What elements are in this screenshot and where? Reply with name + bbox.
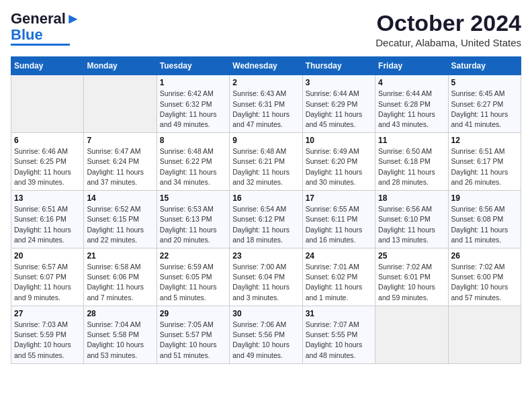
day-detail: Sunrise: 6:55 AM Sunset: 6:11 PM Dayligh… — [306, 204, 372, 245]
calendar-cell: 11Sunrise: 6:50 AM Sunset: 6:18 PM Dayli… — [375, 133, 448, 191]
calendar-cell: 28Sunrise: 7:04 AM Sunset: 5:58 PM Dayli… — [84, 306, 157, 363]
col-header-friday: Friday — [375, 57, 448, 75]
calendar-cell: 18Sunrise: 6:56 AM Sunset: 6:10 PM Dayli… — [375, 191, 448, 248]
calendar-cell: 7Sunrise: 6:47 AM Sunset: 6:24 PM Daylig… — [84, 133, 157, 191]
calendar-cell: 19Sunrise: 6:56 AM Sunset: 6:08 PM Dayli… — [448, 191, 521, 248]
day-detail: Sunrise: 6:51 AM Sunset: 6:16 PM Dayligh… — [14, 204, 81, 245]
calendar-cell: 24Sunrise: 7:01 AM Sunset: 6:02 PM Dayli… — [302, 248, 375, 306]
day-number: 1 — [160, 78, 226, 87]
day-detail: Sunrise: 6:43 AM Sunset: 6:31 PM Dayligh… — [232, 89, 299, 130]
day-detail: Sunrise: 7:05 AM Sunset: 5:57 PM Dayligh… — [160, 320, 226, 361]
calendar-cell: 1Sunrise: 6:42 AM Sunset: 6:32 PM Daylig… — [157, 75, 229, 133]
day-detail: Sunrise: 7:03 AM Sunset: 5:59 PM Dayligh… — [14, 320, 81, 361]
calendar-cell: 21Sunrise: 6:58 AM Sunset: 6:06 PM Dayli… — [84, 248, 157, 306]
day-detail: Sunrise: 6:50 AM Sunset: 6:18 PM Dayligh… — [378, 146, 445, 187]
calendar-cell: 8Sunrise: 6:48 AM Sunset: 6:22 PM Daylig… — [157, 133, 229, 191]
day-detail: Sunrise: 6:52 AM Sunset: 6:15 PM Dayligh… — [87, 204, 153, 245]
day-detail: Sunrise: 6:57 AM Sunset: 6:07 PM Dayligh… — [14, 262, 81, 303]
day-detail: Sunrise: 6:47 AM Sunset: 6:24 PM Dayligh… — [87, 146, 153, 187]
day-detail: Sunrise: 6:48 AM Sunset: 6:21 PM Dayligh… — [232, 146, 299, 187]
calendar-cell: 23Sunrise: 7:00 AM Sunset: 6:04 PM Dayli… — [230, 248, 302, 306]
calendar-cell: 2Sunrise: 6:43 AM Sunset: 6:31 PM Daylig… — [230, 75, 302, 133]
calendar-table: SundayMondayTuesdayWednesdayThursdayFrid… — [11, 56, 521, 363]
day-number: 25 — [378, 251, 445, 261]
day-detail: Sunrise: 6:46 AM Sunset: 6:25 PM Dayligh… — [14, 146, 81, 187]
calendar-week-row: 1Sunrise: 6:42 AM Sunset: 6:32 PM Daylig… — [11, 75, 521, 133]
day-detail: Sunrise: 6:45 AM Sunset: 6:27 PM Dayligh… — [451, 89, 518, 130]
title-block: October 2024 Decatur, Alabama, United St… — [375, 11, 521, 48]
calendar-cell: 14Sunrise: 6:52 AM Sunset: 6:15 PM Dayli… — [84, 191, 157, 248]
day-number: 11 — [378, 136, 445, 145]
page-container: General► Blue October 2024 Decatur, Alab… — [0, 0, 532, 371]
calendar-header-row: SundayMondayTuesdayWednesdayThursdayFrid… — [11, 57, 521, 75]
day-number: 16 — [232, 193, 299, 203]
page-subtitle: Decatur, Alabama, United States — [375, 37, 521, 48]
day-number: 26 — [451, 251, 518, 261]
day-number: 19 — [451, 193, 518, 203]
col-header-tuesday: Tuesday — [157, 57, 229, 75]
calendar-cell: 10Sunrise: 6:49 AM Sunset: 6:20 PM Dayli… — [302, 133, 375, 191]
col-header-saturday: Saturday — [448, 57, 521, 75]
calendar-cell: 30Sunrise: 7:06 AM Sunset: 5:56 PM Dayli… — [230, 306, 302, 363]
day-number: 14 — [87, 193, 153, 203]
day-number: 23 — [232, 251, 299, 261]
day-number: 9 — [232, 136, 299, 145]
calendar-cell: 29Sunrise: 7:05 AM Sunset: 5:57 PM Dayli… — [157, 306, 229, 363]
calendar-cell: 26Sunrise: 7:02 AM Sunset: 6:00 PM Dayli… — [448, 248, 521, 306]
logo: General► Blue — [11, 11, 81, 46]
col-header-sunday: Sunday — [11, 57, 84, 75]
day-number: 4 — [378, 78, 445, 87]
day-detail: Sunrise: 6:44 AM Sunset: 6:29 PM Dayligh… — [306, 89, 372, 130]
calendar-cell: 12Sunrise: 6:51 AM Sunset: 6:17 PM Dayli… — [448, 133, 521, 191]
day-number: 7 — [87, 136, 153, 145]
calendar-cell: 5Sunrise: 6:45 AM Sunset: 6:27 PM Daylig… — [448, 75, 521, 133]
calendar-week-row: 20Sunrise: 6:57 AM Sunset: 6:07 PM Dayli… — [11, 248, 521, 306]
calendar-cell: 3Sunrise: 6:44 AM Sunset: 6:29 PM Daylig… — [302, 75, 375, 133]
page-header: General► Blue October 2024 Decatur, Alab… — [11, 11, 521, 48]
day-detail: Sunrise: 6:49 AM Sunset: 6:20 PM Dayligh… — [306, 146, 372, 187]
calendar-cell: 13Sunrise: 6:51 AM Sunset: 6:16 PM Dayli… — [11, 191, 84, 248]
calendar-cell: 20Sunrise: 6:57 AM Sunset: 6:07 PM Dayli… — [11, 248, 84, 306]
col-header-monday: Monday — [84, 57, 157, 75]
day-number: 6 — [14, 136, 81, 145]
day-number: 28 — [87, 309, 153, 318]
calendar-week-row: 27Sunrise: 7:03 AM Sunset: 5:59 PM Dayli… — [11, 306, 521, 363]
day-detail: Sunrise: 7:06 AM Sunset: 5:56 PM Dayligh… — [232, 320, 299, 361]
day-detail: Sunrise: 6:44 AM Sunset: 6:28 PM Dayligh… — [378, 89, 445, 130]
day-number: 24 — [306, 251, 372, 261]
calendar-cell: 17Sunrise: 6:55 AM Sunset: 6:11 PM Dayli… — [302, 191, 375, 248]
calendar-cell: 16Sunrise: 6:54 AM Sunset: 6:12 PM Dayli… — [230, 191, 302, 248]
day-detail: Sunrise: 6:51 AM Sunset: 6:17 PM Dayligh… — [451, 146, 518, 187]
calendar-cell: 9Sunrise: 6:48 AM Sunset: 6:21 PM Daylig… — [230, 133, 302, 191]
logo-underline — [11, 44, 70, 46]
calendar-cell: 6Sunrise: 6:46 AM Sunset: 6:25 PM Daylig… — [11, 133, 84, 191]
calendar-cell: 25Sunrise: 7:02 AM Sunset: 6:01 PM Dayli… — [375, 248, 448, 306]
day-detail: Sunrise: 6:59 AM Sunset: 6:05 PM Dayligh… — [160, 262, 226, 303]
calendar-week-row: 6Sunrise: 6:46 AM Sunset: 6:25 PM Daylig… — [11, 133, 521, 191]
day-detail: Sunrise: 6:56 AM Sunset: 6:08 PM Dayligh… — [451, 204, 518, 245]
page-title: October 2024 — [375, 11, 521, 36]
calendar-cell: 4Sunrise: 6:44 AM Sunset: 6:28 PM Daylig… — [375, 75, 448, 133]
day-number: 31 — [306, 309, 372, 318]
day-detail: Sunrise: 7:02 AM Sunset: 6:00 PM Dayligh… — [451, 262, 518, 303]
day-number: 12 — [451, 136, 518, 145]
calendar-cell: 22Sunrise: 6:59 AM Sunset: 6:05 PM Dayli… — [157, 248, 229, 306]
day-number: 8 — [160, 136, 226, 145]
day-number: 27 — [14, 309, 81, 318]
day-number: 22 — [160, 251, 226, 261]
calendar-cell — [11, 75, 84, 133]
day-number: 29 — [160, 309, 226, 318]
day-number: 10 — [306, 136, 372, 145]
day-detail: Sunrise: 6:53 AM Sunset: 6:13 PM Dayligh… — [160, 204, 226, 245]
day-number: 13 — [14, 193, 81, 203]
day-number: 2 — [232, 78, 299, 87]
calendar-cell: 15Sunrise: 6:53 AM Sunset: 6:13 PM Dayli… — [157, 191, 229, 248]
col-header-thursday: Thursday — [302, 57, 375, 75]
day-number: 18 — [378, 193, 445, 203]
logo-text: General► Blue — [11, 11, 81, 43]
day-detail: Sunrise: 6:54 AM Sunset: 6:12 PM Dayligh… — [232, 204, 299, 245]
col-header-wednesday: Wednesday — [230, 57, 302, 75]
day-detail: Sunrise: 7:00 AM Sunset: 6:04 PM Dayligh… — [232, 262, 299, 303]
day-number: 5 — [451, 78, 518, 87]
day-detail: Sunrise: 6:56 AM Sunset: 6:10 PM Dayligh… — [378, 204, 445, 245]
